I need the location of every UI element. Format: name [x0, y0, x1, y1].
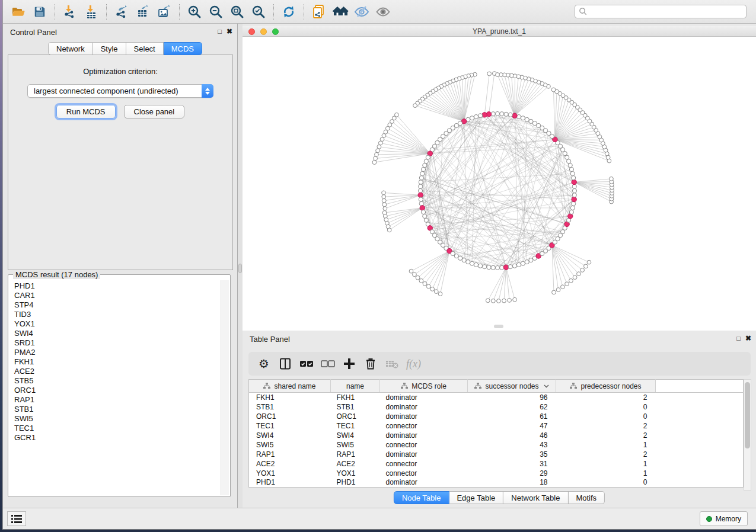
- import-network-icon[interactable]: [61, 3, 79, 21]
- table-row[interactable]: SWI5SWI5connector431: [249, 440, 744, 450]
- zoom-in-icon[interactable]: [186, 3, 203, 21]
- mcds-result-scrollbar[interactable]: [221, 280, 229, 495]
- function-builder-icon[interactable]: f(x): [404, 358, 421, 370]
- table-row[interactable]: ACE2ACE2connector311: [249, 459, 744, 469]
- mcds-result-item[interactable]: ORC1: [14, 386, 221, 395]
- mcds-result-item[interactable]: STB5: [14, 376, 221, 386]
- window-maximize-icon[interactable]: [272, 28, 279, 35]
- column-header-successor-nodes[interactable]: successor nodes: [468, 380, 556, 393]
- table-scroll-thumb[interactable]: [745, 382, 750, 448]
- show-graphics-details-icon[interactable]: [374, 3, 392, 21]
- mcds-result-item[interactable]: ACE2: [14, 367, 221, 376]
- memory-button[interactable]: Memory: [700, 511, 748, 526]
- mcds-result-list[interactable]: PHD1CAR1STP4TID3YOX1SWI4SRD1PMA2FKH1ACE2…: [9, 280, 221, 495]
- export-table-icon[interactable]: [134, 3, 152, 21]
- mcds-result-item[interactable]: SRD1: [14, 338, 221, 348]
- network-window-titlebar[interactable]: YPA_prune.txt_1: [243, 26, 756, 37]
- table-row[interactable]: TEC1TEC1connector472: [249, 421, 744, 431]
- tab-node-table[interactable]: Node Table: [394, 491, 449, 504]
- node-table-body: FKH1FKH1dominator962STB1STB1dominator620…: [249, 393, 744, 488]
- table-row[interactable]: STB1STB1dominator620: [249, 402, 744, 412]
- table-settings-gear-icon[interactable]: ⚙: [254, 355, 273, 373]
- tab-style[interactable]: Style: [93, 42, 126, 55]
- table-cell: 2: [556, 393, 656, 402]
- close-panel-icon[interactable]: ✖: [745, 334, 751, 342]
- table-row[interactable]: FKH1FKH1dominator962: [249, 393, 744, 402]
- table-row[interactable]: ORC1ORC1dominator610: [249, 412, 744, 421]
- canvas-hscroll-thumb[interactable]: [494, 325, 503, 328]
- table-cell-filler: [656, 412, 744, 421]
- select-all-icon[interactable]: [297, 355, 316, 373]
- delete-column-icon[interactable]: [361, 355, 380, 373]
- column-header-shared-name[interactable]: shared name: [249, 380, 331, 393]
- welcome-screen-icon[interactable]: [331, 3, 349, 21]
- mcds-result-item[interactable]: STP4: [14, 300, 221, 310]
- mcds-result-item[interactable]: GCR1: [14, 433, 221, 443]
- tab-motifs[interactable]: Motifs: [568, 491, 605, 504]
- panel-divider[interactable]: [238, 24, 243, 508]
- zoom-selected-icon[interactable]: [250, 3, 267, 21]
- mcds-result-item[interactable]: TEC1: [14, 424, 221, 433]
- search-input[interactable]: [588, 6, 742, 17]
- add-column-icon[interactable]: [340, 355, 359, 373]
- close-panel-button[interactable]: Close panel: [124, 105, 185, 118]
- mcds-result-item[interactable]: STB1: [14, 405, 221, 414]
- refresh-icon[interactable]: [280, 3, 298, 21]
- run-mcds-button[interactable]: Run MCDS: [56, 105, 116, 118]
- show-columns-icon[interactable]: [276, 355, 295, 373]
- task-history-button[interactable]: [7, 511, 26, 526]
- table-cell-filler: [656, 440, 744, 450]
- delete-table-icon[interactable]: [382, 355, 401, 373]
- network-from-selection-icon[interactable]: [310, 3, 328, 21]
- toolbar-separator: [55, 4, 55, 20]
- open-file-icon[interactable]: [9, 3, 27, 21]
- export-network-icon[interactable]: [113, 3, 130, 21]
- close-panel-icon[interactable]: ✖: [227, 27, 232, 36]
- divider-scroll-thumb[interactable]: [238, 264, 242, 273]
- list-icon: [11, 515, 22, 523]
- zoom-out-icon[interactable]: [207, 3, 225, 21]
- column-header-predecessor-nodes[interactable]: predecessor nodes: [556, 380, 656, 393]
- zoom-fit-icon[interactable]: [228, 3, 246, 21]
- table-row[interactable]: SWI4SWI4dominator462: [249, 431, 744, 440]
- float-panel-icon[interactable]: □: [218, 27, 222, 36]
- deselect-all-icon[interactable]: [318, 355, 337, 373]
- table-row[interactable]: RAP1RAP1dominator352: [249, 450, 744, 459]
- table-cell: 2: [556, 421, 656, 431]
- mcds-result-item[interactable]: RAP1: [14, 395, 221, 405]
- tab-edge-table[interactable]: Edge Table: [449, 491, 503, 504]
- column-header-mcds-role[interactable]: MCDS role: [380, 380, 468, 393]
- hide-graphics-details-icon[interactable]: [353, 3, 371, 21]
- table-row[interactable]: YOX1YOX1connector291: [249, 469, 744, 478]
- mcds-result-item[interactable]: YOX1: [14, 319, 221, 329]
- optimization-criterion-select[interactable]: largest connected component (undirected): [27, 84, 213, 98]
- mcds-result-item[interactable]: PMA2: [14, 348, 221, 357]
- mcds-result-item[interactable]: SWI5: [14, 414, 221, 424]
- network-svg[interactable]: [243, 37, 756, 331]
- table-cell: 1: [556, 440, 656, 450]
- network-canvas[interactable]: [243, 37, 756, 331]
- column-header-name[interactable]: name: [331, 380, 380, 393]
- window-minimize-icon[interactable]: [260, 28, 267, 35]
- table-cell: SWI4: [249, 431, 331, 440]
- table-scrollbar[interactable]: [744, 379, 751, 491]
- import-table-icon[interactable]: [82, 3, 100, 21]
- table-cell-filler: [656, 421, 744, 431]
- tab-mcds[interactable]: MCDS: [164, 42, 202, 55]
- table-cell: connector: [380, 440, 468, 450]
- mcds-result-item[interactable]: SWI4: [14, 329, 221, 338]
- tab-network[interactable]: Network: [48, 42, 93, 55]
- window-close-icon[interactable]: [248, 28, 255, 35]
- export-image-icon[interactable]: [155, 3, 173, 21]
- table-cell: 61: [468, 412, 556, 421]
- table-row[interactable]: PHD1PHD1dominator180: [249, 478, 744, 488]
- mcds-result-item[interactable]: TID3: [14, 310, 221, 319]
- mcds-result-item[interactable]: PHD1: [14, 281, 221, 291]
- mcds-result-item[interactable]: CAR1: [14, 291, 221, 300]
- tab-network-table[interactable]: Network Table: [503, 491, 568, 504]
- tab-select[interactable]: Select: [126, 42, 164, 55]
- float-panel-icon[interactable]: □: [736, 334, 741, 342]
- mcds-result-item[interactable]: FKH1: [14, 357, 221, 367]
- toolbar-separator: [273, 4, 274, 20]
- save-session-icon[interactable]: [31, 3, 49, 21]
